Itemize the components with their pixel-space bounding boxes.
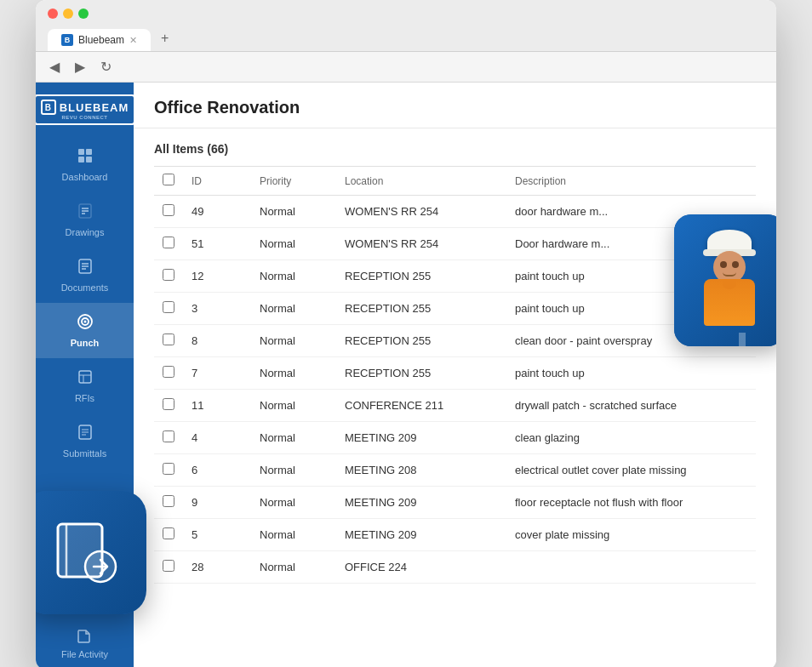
row-checkbox[interactable] [163, 334, 174, 345]
row-location: WOMEN'S RR 254 [336, 228, 506, 260]
file-activity-icon [76, 627, 93, 646]
sidebar-item-punch[interactable]: Punch [36, 303, 134, 358]
browser-tabs: B Bluebeam ✕ + [48, 26, 764, 51]
punch-icon [77, 313, 94, 334]
sidebar-item-drawings-label: Drawings [66, 227, 105, 237]
tab-close-button[interactable]: ✕ [129, 35, 137, 46]
table-row[interactable]: 6 Normal MEETING 208 electrical outlet c… [154, 454, 756, 487]
row-checkbox[interactable] [163, 204, 174, 216]
row-checkbox[interactable] [163, 560, 174, 572]
row-priority: Normal [251, 196, 336, 228]
row-priority: Normal [251, 454, 336, 487]
table-row[interactable]: 8 Normal RECEPTION 255 clean door - pain… [154, 325, 756, 357]
row-priority: Normal [251, 357, 336, 390]
row-checkbox-cell [154, 228, 183, 260]
active-tab[interactable]: B Bluebeam ✕ [48, 29, 151, 51]
table-row[interactable]: 28 Normal OFFICE 224 [154, 551, 756, 584]
table-row[interactable]: 3 Normal RECEPTION 255 paint touch up [154, 293, 756, 325]
svg-rect-0 [78, 149, 84, 155]
row-description: floor receptacle not flush with floor [506, 487, 756, 519]
row-checkbox-cell [154, 293, 183, 325]
sidebar-item-drawings[interactable]: Drawings [36, 192, 134, 248]
row-location: WOMEN'S RR 254 [336, 196, 506, 228]
back-button[interactable]: ◀ [46, 57, 63, 77]
table-row[interactable]: 5 Normal MEETING 209 cover plate missing [154, 519, 756, 551]
worker-vest-stripe [739, 333, 746, 347]
refresh-button[interactable]: ↻ [97, 57, 115, 77]
row-checkbox[interactable] [163, 237, 174, 248]
minimize-dot[interactable] [63, 9, 73, 19]
new-tab-button[interactable]: + [152, 26, 177, 51]
row-location: OFFICE 224 [336, 551, 506, 584]
row-location: RECEPTION 255 [336, 325, 506, 357]
row-checkbox[interactable] [163, 463, 174, 475]
row-description: drywall patch - scratched surface [506, 390, 756, 422]
row-location: RECEPTION 255 [336, 357, 506, 390]
row-checkbox[interactable] [163, 527, 174, 539]
punch-items-table: ID Priority Location Description [154, 166, 756, 584]
table-body: 49 Normal WOMEN'S RR 254 door hardware m… [154, 196, 756, 584]
sidebar-item-dashboard-label: Dashboard [62, 172, 108, 182]
sidebar-item-submittals-label: Submittals [63, 448, 106, 459]
sidebar-item-rfis[interactable]: RFIs [36, 358, 134, 413]
select-all-checkbox[interactable] [163, 174, 174, 185]
forward-button[interactable]: ▶ [71, 57, 89, 77]
worker-face [713, 251, 746, 283]
row-checkbox-cell [154, 357, 183, 390]
sidebar-item-documents-label: Documents [61, 282, 109, 293]
row-checkbox[interactable] [163, 301, 174, 313]
table-row[interactable]: 11 Normal CONFERENCE 211 drywall patch -… [154, 390, 756, 422]
sidebar-item-documents[interactable]: Documents [36, 248, 134, 303]
row-id: 5 [183, 519, 251, 551]
maximize-dot[interactable] [78, 9, 89, 19]
main-header: Office Renovation [134, 83, 776, 128]
row-id: 6 [183, 454, 251, 487]
table-row[interactable]: 4 Normal MEETING 209 clean glazing [154, 422, 756, 454]
row-id: 3 [183, 293, 251, 325]
col-header-id: ID [183, 167, 251, 196]
tab-label: Bluebeam [78, 34, 124, 46]
row-priority: Normal [251, 293, 336, 325]
row-id: 8 [183, 325, 251, 357]
row-priority: Normal [251, 422, 336, 454]
sidebar-item-file-activity-label: File Activity [61, 649, 108, 659]
row-checkbox[interactable] [163, 269, 174, 281]
row-priority: Normal [251, 390, 336, 422]
row-checkbox-cell [154, 454, 183, 487]
content-area: All Items (66) ID Priority [134, 128, 776, 667]
row-description [506, 551, 756, 584]
sidebar-item-dashboard[interactable]: Dashboard [36, 137, 134, 192]
sidebar-item-punch-label: Punch [71, 338, 100, 348]
app-icon-inner [51, 519, 119, 587]
sidebar-item-submittals[interactable]: Submittals [36, 413, 134, 469]
rfis-icon [77, 368, 94, 390]
main-content: Office Renovation All Items (66) ID [134, 83, 776, 667]
drawings-icon [77, 202, 94, 224]
row-checkbox[interactable] [163, 495, 174, 507]
row-checkbox[interactable] [163, 366, 174, 378]
table-row[interactable]: 49 Normal WOMEN'S RR 254 door hardware m… [154, 196, 756, 228]
row-id: 11 [183, 390, 251, 422]
row-checkbox-cell [154, 519, 183, 551]
close-dot[interactable] [48, 9, 58, 19]
browser-controls [48, 9, 764, 19]
col-header-location: Location [336, 167, 506, 196]
row-checkbox[interactable] [163, 430, 174, 442]
col-header-description: Description [506, 167, 756, 196]
svg-rect-1 [86, 149, 92, 155]
row-location: MEETING 209 [336, 519, 506, 551]
row-location: RECEPTION 255 [336, 260, 506, 293]
row-checkbox-cell [154, 487, 183, 519]
sidebar-item-file-activity[interactable]: File Activity [54, 617, 115, 667]
row-description: electrical outlet cover plate missing [506, 454, 756, 487]
svg-rect-2 [78, 157, 84, 162]
bluebeam-logo: B BLUEBEAM REVU CONNECT [36, 94, 135, 125]
table-row[interactable]: 12 Normal RECEPTION 255 paint touch up [154, 260, 756, 293]
app-body: B BLUEBEAM REVU CONNECT [36, 83, 776, 667]
table-row[interactable]: 9 Normal MEETING 209 floor receptacle no… [154, 487, 756, 519]
row-checkbox[interactable] [163, 398, 174, 410]
table-row[interactable]: 7 Normal RECEPTION 255 paint touch up [154, 357, 756, 390]
row-description: paint touch up [506, 357, 756, 390]
table-row[interactable]: 51 Normal WOMEN'S RR 254 Door hardware m… [154, 228, 756, 260]
dashboard-icon [77, 147, 94, 168]
